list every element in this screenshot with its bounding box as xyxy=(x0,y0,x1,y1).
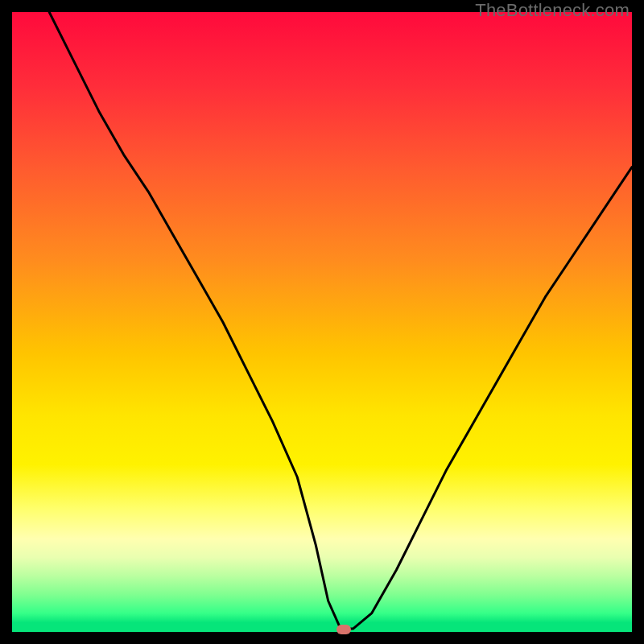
curve-path xyxy=(49,12,632,629)
optimum-marker xyxy=(336,625,351,634)
watermark-text: TheBottleneck.com xyxy=(475,0,630,21)
plot-area xyxy=(12,12,632,632)
bottleneck-curve xyxy=(12,12,632,632)
